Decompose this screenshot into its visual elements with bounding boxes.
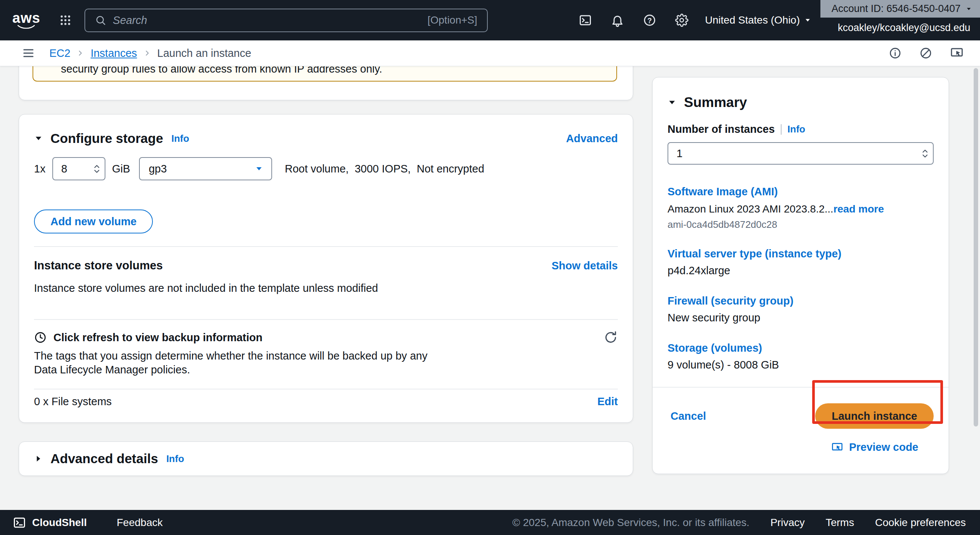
notifications-bell-icon[interactable] xyxy=(611,13,624,27)
privacy-link[interactable]: Privacy xyxy=(770,517,805,529)
breadcrumb: EC2 Instances Launch an instance xyxy=(49,47,251,59)
ami-id: ami-0ca4d5db4872d0c28 xyxy=(668,219,934,230)
summary-title: Summary xyxy=(684,95,747,110)
breadcrumb-current-page: Launch an instance xyxy=(158,47,251,59)
advanced-details-info-link[interactable]: Info xyxy=(166,453,184,465)
apps-grid-icon[interactable] xyxy=(59,14,72,27)
vertical-scrollbar[interactable] xyxy=(974,68,978,426)
root-volume-size-field xyxy=(52,157,105,180)
region-selector[interactable]: United States (Ohio) xyxy=(705,14,811,26)
instances-info-link[interactable]: Info xyxy=(788,123,805,135)
terms-link[interactable]: Terms xyxy=(826,517,854,529)
breadcrumb-instances-link[interactable]: Instances xyxy=(91,47,137,59)
volume-type-value: gp3 xyxy=(149,163,167,175)
storage-volumes-link[interactable]: Storage (volumes) xyxy=(668,342,934,354)
storage-advanced-link[interactable]: Advanced xyxy=(566,133,618,144)
expand-caret-icon[interactable] xyxy=(34,454,43,463)
divider xyxy=(34,246,618,247)
info-icon[interactable] xyxy=(889,47,902,59)
search-icon xyxy=(95,14,106,26)
clock-icon xyxy=(34,331,47,344)
stepper-down-icon[interactable] xyxy=(922,154,928,158)
ami-description: Amazon Linux 2023 AMI 2023.8.2... xyxy=(668,203,834,215)
number-of-instances-label: Number of instances xyxy=(668,123,775,136)
hamburger-menu-icon[interactable] xyxy=(22,46,35,60)
divider xyxy=(34,389,618,390)
volume-size-stepper[interactable] xyxy=(94,164,100,174)
show-details-link[interactable]: Show details xyxy=(552,260,618,272)
search-shortcut-hint: [Option+S] xyxy=(428,14,477,26)
volume-type-select[interactable]: gp3 xyxy=(139,157,272,180)
add-new-volume-button[interactable]: Add new volume xyxy=(34,209,153,233)
number-of-instances-input[interactable] xyxy=(670,147,922,160)
top-navigation-bar: aws [Option+S] xyxy=(0,0,980,40)
stepper-up-icon[interactable] xyxy=(922,149,928,153)
network-warning-card: security group rules to allow access fro… xyxy=(19,66,633,100)
file-systems-label: 0 x File systems xyxy=(34,396,112,408)
user-account-menu[interactable]: kcoakley/kcoakley@ucsd.edu xyxy=(838,22,970,34)
storage-volumes-value: 9 volume(s) - 8008 GiB xyxy=(668,359,934,371)
global-search: [Option+S] xyxy=(84,9,488,32)
backup-info-title: Click refresh to view backup information xyxy=(53,332,262,344)
advanced-details-title: Advanced details xyxy=(51,451,158,466)
collapse-caret-icon[interactable] xyxy=(34,134,43,143)
preview-code-link[interactable]: Preview code xyxy=(849,441,918,454)
divider xyxy=(781,124,781,135)
advanced-details-card[interactable]: Advanced details Info xyxy=(19,441,633,476)
stepper-up-icon[interactable] xyxy=(94,164,100,168)
storage-info-link[interactable]: Info xyxy=(171,133,189,144)
refresh-icon[interactable] xyxy=(604,331,618,345)
firewall-value: New security group xyxy=(668,311,934,324)
volume-unit-label: GiB xyxy=(112,163,130,175)
collapse-caret-icon[interactable] xyxy=(668,98,676,107)
volume-count-label: 1x xyxy=(34,163,46,175)
chevron-down-icon xyxy=(255,164,263,173)
circle-slash-icon[interactable] xyxy=(920,47,932,59)
instances-stepper[interactable] xyxy=(922,149,928,158)
breadcrumb-ec2-link[interactable]: EC2 xyxy=(49,47,70,59)
cloudshell-terminal-icon xyxy=(13,516,26,529)
preview-code-icon xyxy=(831,441,843,454)
chevron-down-icon xyxy=(966,6,972,12)
chevron-right-icon xyxy=(76,49,84,57)
cloudshell-button[interactable]: CloudShell xyxy=(13,516,87,529)
search-input[interactable] xyxy=(113,14,421,27)
main-content: security group rules to allow access fro… xyxy=(0,66,980,510)
warning-alert-text: security group rules to allow access fro… xyxy=(61,66,382,75)
launch-instance-button[interactable]: Launch instance xyxy=(815,403,934,429)
summary-panel: Summary Number of instances Info Softwar… xyxy=(652,77,949,474)
svg-text:?: ? xyxy=(648,16,652,25)
cancel-button[interactable]: Cancel xyxy=(671,410,706,422)
configure-storage-title: Configure storage xyxy=(51,131,163,146)
root-volume-size-input[interactable] xyxy=(54,163,94,175)
instance-store-volumes-title: Instance store volumes xyxy=(34,259,163,272)
chevron-right-icon xyxy=(143,49,151,57)
account-id-label: Account ID: 6546-5450-0407 xyxy=(832,3,961,14)
feedback-button[interactable]: Feedback xyxy=(117,517,162,529)
aws-logo[interactable]: aws xyxy=(12,11,40,30)
file-systems-edit-link[interactable]: Edit xyxy=(597,396,618,408)
account-id-badge[interactable]: Account ID: 6546-5450-0407 xyxy=(820,0,980,18)
firewall-link[interactable]: Firewall (security group) xyxy=(668,295,934,307)
settings-gear-icon[interactable] xyxy=(675,13,689,27)
help-icon[interactable]: ? xyxy=(643,13,656,27)
root-volume-description: Root volume, 3000 IOPS, Not encrypted xyxy=(285,163,484,175)
instance-type-link[interactable]: Virtual server type (instance type) xyxy=(668,248,934,260)
read-more-link[interactable]: read more xyxy=(834,203,884,215)
configure-storage-card: Configure storage Info Advanced 1x GiB g… xyxy=(19,114,633,423)
backup-info-description: The tags that you assign determine wheth… xyxy=(34,349,453,377)
stepper-down-icon[interactable] xyxy=(94,169,100,174)
number-of-instances-field xyxy=(668,142,934,164)
divider xyxy=(652,387,948,388)
instance-store-volumes-description: Instance store volumes are not included … xyxy=(34,282,618,294)
cloudshell-icon[interactable] xyxy=(579,13,592,27)
preview-code-icon[interactable] xyxy=(950,46,964,60)
software-image-link[interactable]: Software Image (AMI) xyxy=(668,185,934,198)
aws-smile-icon xyxy=(16,25,36,30)
aws-logo-text: aws xyxy=(12,11,40,25)
cookie-preferences-link[interactable]: Cookie preferences xyxy=(875,517,966,529)
copyright-text: © 2025, Amazon Web Services, Inc. or its… xyxy=(512,517,749,529)
chevron-down-icon xyxy=(804,17,811,24)
region-label: United States (Ohio) xyxy=(705,14,800,26)
instance-type-value: p4d.24xlarge xyxy=(668,265,934,277)
